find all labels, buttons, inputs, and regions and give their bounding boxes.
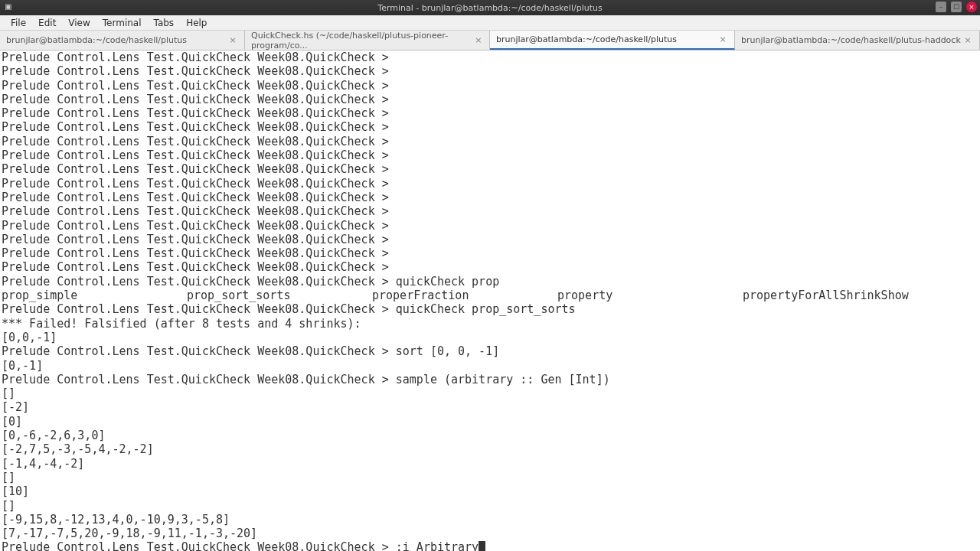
- terminal-current-line[interactable]: Prelude Control.Lens Test.QuickCheck Wee…: [2, 540, 978, 551]
- completion-item: propertyForAllShrinkShow: [743, 289, 942, 302]
- close-icon[interactable]: ×: [717, 34, 728, 45]
- menu-file[interactable]: File: [5, 16, 32, 30]
- terminal-line: Prelude Control.Lens Test.QuickCheck Wee…: [2, 275, 978, 289]
- close-icon[interactable]: ×: [227, 35, 238, 46]
- terminal-line: Prelude Control.Lens Test.QuickCheck Wee…: [2, 246, 978, 260]
- terminal-line: Prelude Control.Lens Test.QuickCheck Wee…: [2, 233, 978, 246]
- terminal-line: Prelude Control.Lens Test.QuickCheck Wee…: [2, 302, 978, 316]
- terminal-line: Prelude Control.Lens Test.QuickCheck Wee…: [2, 64, 978, 78]
- menu-edit[interactable]: Edit: [32, 16, 62, 30]
- terminal-tab[interactable]: QuickCheck.hs (~/code/haskell/plutus-pio…: [245, 31, 490, 50]
- terminal-line: [10]: [2, 484, 978, 498]
- terminal-line: [-2,7,5,-3,-5,4,-2,-2]: [2, 442, 978, 456]
- completion-row: prop_simpleprop_sort_sortsproperFraction…: [2, 289, 978, 302]
- terminal-line: []: [2, 499, 978, 513]
- maximize-button[interactable]: ☐: [951, 2, 962, 12]
- terminal-line: *** Failed! Falsified (after 8 tests and…: [2, 317, 978, 331]
- terminal-line: Prelude Control.Lens Test.QuickCheck Wee…: [2, 344, 978, 358]
- terminal-app-icon: ▣: [5, 2, 15, 13]
- completion-item: property: [557, 289, 743, 302]
- terminal-line: [-1,4,-4,-2]: [2, 457, 978, 471]
- terminal-line: Prelude Control.Lens Test.QuickCheck Wee…: [2, 106, 978, 120]
- close-icon[interactable]: ×: [962, 35, 973, 46]
- terminal-line: Prelude Control.Lens Test.QuickCheck Wee…: [2, 51, 978, 64]
- terminal-line: Prelude Control.Lens Test.QuickCheck Wee…: [2, 204, 978, 218]
- terminal-line: [-9,15,8,-12,13,4,0,-10,9,3,-5,8]: [2, 513, 978, 527]
- terminal-line: [0,-6,-2,6,3,0]: [2, 429, 978, 442]
- terminal-line: Prelude Control.Lens Test.QuickCheck Wee…: [2, 177, 978, 191]
- terminal-line: Prelude Control.Lens Test.QuickCheck Wee…: [2, 148, 978, 162]
- terminal-line: Prelude Control.Lens Test.QuickCheck Wee…: [2, 135, 978, 148]
- terminal-line: [0,-1]: [2, 359, 978, 373]
- tab-label: QuickCheck.hs (~/code/haskell/plutus-pio…: [251, 31, 474, 51]
- completion-item: prop_sort_sorts: [187, 289, 372, 302]
- terminal-line: [0,0,-1]: [2, 331, 978, 344]
- menu-tabs[interactable]: Tabs: [148, 16, 181, 30]
- tab-bar: brunjlar@batlambda:~/code/haskell/plutus…: [0, 31, 980, 51]
- terminal-line: Prelude Control.Lens Test.QuickCheck Wee…: [2, 93, 978, 106]
- terminal-line: []: [2, 386, 978, 400]
- completion-item: prop_simple: [2, 289, 187, 302]
- cursor-block: [479, 541, 485, 551]
- completion-item: properFraction: [372, 289, 557, 302]
- terminal-line: Prelude Control.Lens Test.QuickCheck Wee…: [2, 120, 978, 134]
- terminal-line: []: [2, 471, 978, 484]
- menu-view[interactable]: View: [62, 16, 96, 30]
- menu-help[interactable]: Help: [180, 16, 213, 30]
- terminal-line: Prelude Control.Lens Test.QuickCheck Wee…: [2, 162, 978, 176]
- minimize-button[interactable]: –: [936, 2, 946, 12]
- terminal-line: [7,-17,-7,5,20,-9,18,-9,11,-1,-3,-20]: [2, 527, 978, 540]
- terminal-line: Prelude Control.Lens Test.QuickCheck Wee…: [2, 373, 978, 386]
- window-controls: – ☐ ×: [936, 2, 977, 12]
- close-icon[interactable]: ×: [474, 35, 483, 46]
- close-button[interactable]: ×: [966, 2, 977, 12]
- window-titlebar: ▣ Terminal - brunjlar@batlambda:~/code/h…: [0, 0, 980, 15]
- tab-label: brunjlar@batlambda:~/code/haskell/plutus: [496, 34, 677, 44]
- menubar: File Edit View Terminal Tabs Help: [0, 15, 980, 31]
- terminal-line: Prelude Control.Lens Test.QuickCheck Wee…: [2, 79, 978, 93]
- terminal-tab[interactable]: brunjlar@batlambda:~/code/haskell/plutus…: [735, 31, 980, 50]
- terminal-line: [0]: [2, 415, 978, 429]
- menu-terminal[interactable]: Terminal: [96, 16, 148, 30]
- terminal-line: [-2]: [2, 400, 978, 414]
- terminal-tab[interactable]: brunjlar@batlambda:~/code/haskell/plutus…: [0, 31, 245, 50]
- terminal-output[interactable]: Prelude Control.Lens Test.QuickCheck Wee…: [0, 51, 980, 551]
- terminal-line: Prelude Control.Lens Test.QuickCheck Wee…: [2, 219, 978, 233]
- terminal-line: Prelude Control.Lens Test.QuickCheck Wee…: [2, 260, 978, 274]
- tab-label: brunjlar@batlambda:~/code/haskell/plutus…: [741, 35, 961, 45]
- terminal-line: Prelude Control.Lens Test.QuickCheck Wee…: [2, 191, 978, 204]
- window-title: Terminal - brunjlar@batlambda:~/code/has…: [377, 3, 602, 13]
- tab-label: brunjlar@batlambda:~/code/haskell/plutus: [6, 35, 187, 45]
- terminal-tab[interactable]: brunjlar@batlambda:~/code/haskell/plutus…: [490, 31, 735, 50]
